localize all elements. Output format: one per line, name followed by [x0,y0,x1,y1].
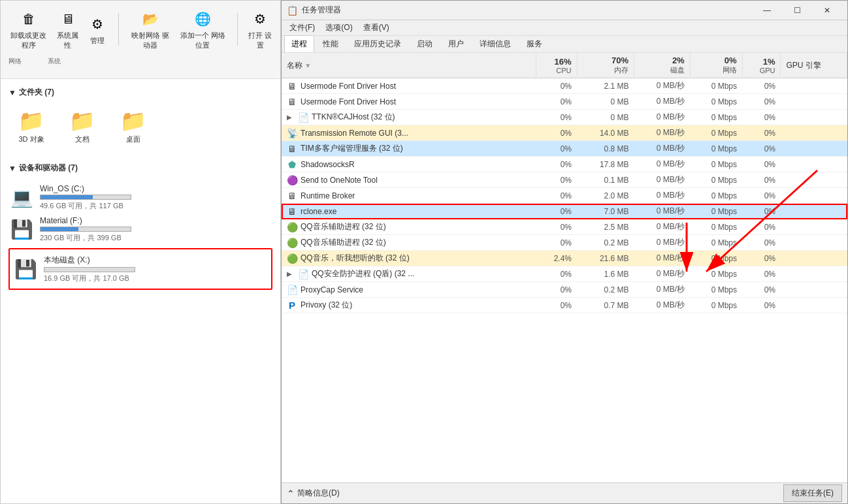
title-left: 📋 任务管理器 [287,5,341,16]
proc-mem: 0.2 MB [577,235,634,251]
proc-gpu: 0% [742,204,781,219]
col-cpu[interactable]: 16% CPU [536,53,577,78]
folder-desktop[interactable]: 📁 桌面 [110,106,156,147]
folder-docs-icon: 📁 [69,108,95,133]
table-row[interactable]: 🟢 QQ音乐辅助进程 (32 位) 0% 0.2 MB 0 MB/秒 0 Mbp… [282,235,847,251]
drive-c[interactable]: 💻 Win_OS (C:) 49.6 GB 可用，共 117 GB [8,181,272,213]
col-gpu-engine[interactable]: GPU 引擎 [781,53,847,78]
open-settings-label: 打开 设置 [248,31,272,50]
folder-3d[interactable]: 📁 3D 对象 [8,106,54,147]
proc-icon: 📄 [287,285,297,295]
proc-disk: 0 MB/秒 [634,125,691,141]
table-row[interactable]: 🖥 Usermode Font Driver Host 0% 2.1 MB 0 … [282,78,847,94]
uninstall-icon: 🗑 [18,8,39,29]
minimize-button[interactable]: — [752,1,782,20]
uninstall-button[interactable]: 🗑 卸载或更改程序 [8,8,48,50]
close-button[interactable]: ✕ [812,1,842,20]
proc-gpu-engine [781,110,847,125]
proc-disk: 0 MB/秒 [634,204,691,219]
proc-disk: 0 MB/秒 [634,172,691,188]
table-row[interactable]: ⬟ ShadowsocksR 0% 17.8 MB 0 MB/秒 0 Mbps … [282,157,847,172]
drive-x-name: 本地磁盘 (X:) [44,255,269,266]
proc-icon: P [287,300,297,311]
tab-users[interactable]: 用户 [441,35,471,52]
col-name[interactable]: 名称 ▼ [282,53,536,78]
folder-docs[interactable]: 📁 文档 [59,106,105,147]
drive-c-space: 49.6 GB 可用，共 117 GB [40,201,272,211]
menu-file[interactable]: 文件(F) [284,21,320,35]
table-row[interactable]: 🖥 TIM多客户端管理服务 (32 位) 0% 0.8 MB 0 MB/秒 0 … [282,141,847,157]
tab-startup[interactable]: 启动 [410,35,440,52]
file-explorer: 🗑 卸载或更改程序 🖥 系统属性 ⚙ 管理 📂 映射网络 驱动器 🌐 [0,0,281,504]
proc-gpu-engine [781,78,847,94]
proc-mem: 0.7 MB [577,298,634,313]
drive-c-bar [41,195,93,199]
col-net[interactable]: 0% 网络 [690,53,742,78]
drive-c-name: Win_OS (C:) [40,184,272,193]
tab-services[interactable]: 服务 [519,35,549,52]
menu-options[interactable]: 选项(O) [320,21,357,35]
proc-net: 0 Mbps [690,125,742,141]
map-drive-button[interactable]: 📂 映射网络 驱动器 [129,8,171,50]
proc-cpu: 0% [536,282,577,298]
col-gpu[interactable]: 1% GPU [742,53,781,78]
folder-desktop-icon: 📁 [120,108,146,133]
drive-f[interactable]: 💾 Material (F:) 230 GB 可用，共 399 GB [8,213,272,245]
drive-x[interactable]: 💾 本地磁盘 (X:) 16.9 GB 可用，共 17.0 GB [12,252,269,286]
manage-icon: ⚙ [87,14,108,35]
table-row[interactable]: 🟣 Send to OneNote Tool 0% 0.1 MB 0 MB/秒 … [282,172,847,188]
proc-disk: 0 MB/秒 [634,219,691,235]
table-row[interactable]: ▶ 📄 TTKN®CAJHost (32 位) 0% 0 MB 0 MB/秒 0… [282,110,847,125]
proc-gpu-engine [781,157,847,172]
col-mem[interactable]: 70% 内存 [577,53,634,78]
table-row[interactable]: 🟢 QQ音乐，听我想听的歌 (32 位) 2.4% 21.6 MB 0 MB/秒… [282,251,847,266]
proc-mem: 14.0 MB [577,125,634,141]
open-settings-button[interactable]: ⚙ 打开 设置 [248,8,272,50]
proc-icon: 🖥 [287,97,297,107]
menu-view[interactable]: 查看(V) [358,21,395,35]
proc-mem: 7.0 MB [577,204,634,219]
proc-gpu: 0% [742,157,781,172]
table-row[interactable]: 🖥 Runtime Broker 0% 2.0 MB 0 MB/秒 0 Mbps… [282,188,847,204]
table-row[interactable]: 🟢 QQ音乐辅助进程 (32 位) 0% 2.5 MB 0 MB/秒 0 Mbp… [282,219,847,235]
table-row[interactable]: P Privoxy (32 位) 0% 0.7 MB 0 MB/秒 0 Mbps… [282,298,847,313]
table-row[interactable]: 📄 ProxyCap Service 0% 0.2 MB 0 MB/秒 0 Mb… [282,282,847,298]
proc-cpu: 0% [536,94,577,110]
tab-app-history[interactable]: 应用历史记录 [347,35,408,52]
proc-mem: 1.6 MB [577,266,634,282]
col-disk[interactable]: 2% 磁盘 [634,53,691,78]
footer-summary[interactable]: ⌃ 简略信息(D) [287,488,340,499]
system-props-button[interactable]: 🖥 系统属性 [56,8,79,50]
proc-gpu: 0% [742,141,781,157]
proc-icon: 🟣 [287,175,297,185]
maximize-button[interactable]: ☐ [782,1,812,20]
proc-icon: 📡 [287,128,297,138]
tab-processes[interactable]: 进程 [284,35,314,52]
end-task-button[interactable]: 结束任务(E) [783,484,842,502]
manage-button[interactable]: ⚙ 管理 [87,14,108,46]
rclone-row[interactable]: 🖥 rclone.exe 0% 7.0 MB 0 MB/秒 0 Mbps 0% [282,204,847,219]
table-row[interactable]: 🖥 Usermode Font Driver Host 0% 0 MB 0 MB… [282,94,847,110]
tab-performance[interactable]: 性能 [316,35,346,52]
devices-list: 💻 Win_OS (C:) 49.6 GB 可用，共 117 GB 💾 Mate… [8,181,272,290]
table-row[interactable]: 📡 Transmission Remote GUI (3... 0% 14.0 … [282,125,847,141]
proc-gpu: 0% [742,266,781,282]
tab-details[interactable]: 详细信息 [472,35,518,52]
table-header: 名称 ▼ 16% CPU 70% 内存 [282,53,847,78]
drive-c-bar-container [40,195,131,200]
proc-gpu: 0% [742,235,781,251]
window-controls: — ☐ ✕ [752,1,842,20]
proc-gpu: 0% [742,172,781,188]
map-drive-icon: 📂 [140,8,161,29]
summary-label: 简略信息(D) [297,488,340,499]
proc-gpu: 0% [742,78,781,94]
process-list: 🖥 Usermode Font Driver Host 0% 2.1 MB 0 … [282,78,847,313]
proc-net: 0 Mbps [690,219,742,235]
proc-net: 0 Mbps [690,282,742,298]
table-row[interactable]: ▶ 📄 QQ安全防护进程 (Q盾) (32 ... 0% 1.6 MB 0 MB… [282,266,847,282]
proc-gpu: 0% [742,125,781,141]
proc-gpu-engine [781,188,847,204]
proc-icon: 📄 [298,269,308,279]
add-network-button[interactable]: 🌐 添加一个 网络位置 [179,8,227,50]
proc-disk: 0 MB/秒 [634,298,691,313]
